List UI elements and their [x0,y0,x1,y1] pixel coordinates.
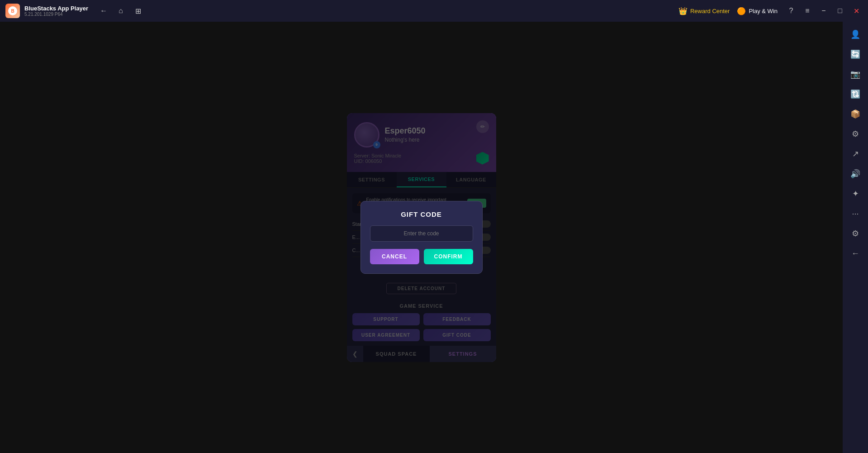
sidebar-rotate-icon[interactable]: 🔃 [846,85,864,103]
sidebar-link-icon[interactable]: ↗ [846,145,864,163]
dialog-overlay: GIFT CODE CANCEL CONFIRM [347,113,496,362]
sidebar-audio-icon[interactable]: 🔊 [846,165,864,183]
reward-center-label: Reward Center [690,8,730,14]
gift-code-dialog: GIFT CODE CANCEL CONFIRM [360,201,483,274]
play-win-label: Play & Win [749,8,778,14]
back-button[interactable]: ← [97,5,110,17]
logo-inner: B [8,6,17,15]
app-logo: B [5,4,20,18]
sidebar-star-icon[interactable]: ✦ [846,185,864,203]
maximize-button[interactable]: □ [834,5,846,17]
coin-icon: 🟠 [737,7,746,15]
app-version: 5.21.201.1029 P64 [24,12,88,17]
help-button[interactable]: ? [785,5,797,17]
sidebar-camera-icon[interactable]: 📷 [846,65,864,83]
titlebar-icons: ? ≡ − □ ✕ [785,5,863,17]
close-button[interactable]: ✕ [850,5,863,17]
play-win-button[interactable]: 🟠 Play & Win [737,7,778,15]
titlebar-right: 👑 Reward Center 🟠 Play & Win ? ≡ − □ ✕ [678,5,863,17]
reward-center-button[interactable]: 👑 Reward Center [678,7,730,15]
sidebar-gear-icon[interactable]: ⚙ [846,125,864,143]
home-button[interactable]: ⌂ [114,5,127,17]
multi-button[interactable]: ⊞ [132,5,144,17]
gift-code-input[interactable] [370,225,473,242]
app-name-main: BlueStacks App Player [24,5,88,12]
sidebar-more-icon[interactable]: ··· [846,205,864,223]
titlebar-nav: ← ⌂ ⊞ [97,5,144,17]
sidebar-package-icon[interactable]: 📦 [846,105,864,123]
main-content: 9 Esper6050 Nothing's here ✏ Server: Son… [0,22,843,453]
sidebar-settings-icon[interactable]: ⚙ [846,224,864,243]
right-sidebar: 👤 🔄 📷 🔃 📦 ⚙ ↗ 🔊 ✦ ··· ⚙ ← [843,22,868,453]
dialog-buttons: CANCEL CONFIRM [370,249,473,264]
menu-button[interactable]: ≡ [801,5,814,17]
app-name-block: BlueStacks App Player 5.21.201.1029 P64 [24,5,88,17]
sidebar-back-icon[interactable]: ← [846,244,864,262]
sidebar-person-icon[interactable]: 👤 [846,25,864,43]
titlebar: B BlueStacks App Player 5.21.201.1029 P6… [0,0,868,22]
game-panel: 9 Esper6050 Nothing's here ✏ Server: Son… [347,113,496,362]
cancel-button[interactable]: CANCEL [370,249,419,264]
dialog-title: GIFT CODE [370,210,473,218]
minimize-button[interactable]: − [817,5,830,17]
crown-icon: 👑 [678,7,688,15]
confirm-button[interactable]: CONFIRM [424,249,473,264]
sidebar-refresh-icon[interactable]: 🔄 [846,45,864,63]
